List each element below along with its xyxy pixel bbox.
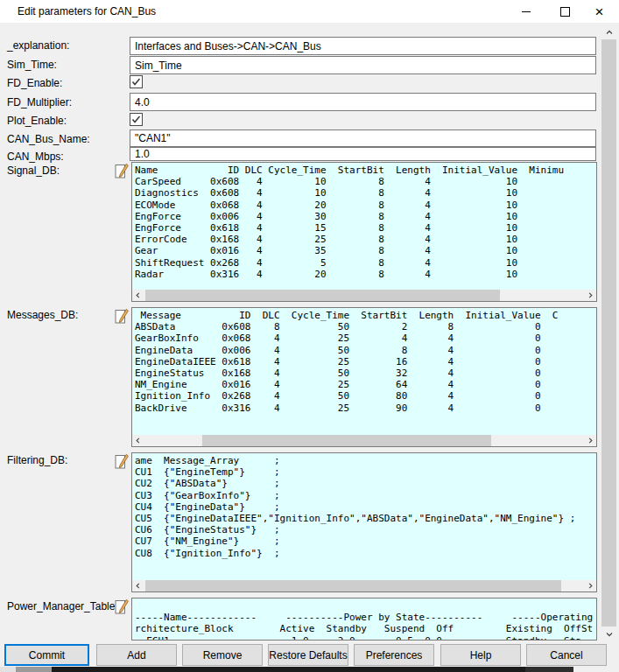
scroll-thumb[interactable] bbox=[145, 580, 561, 592]
dialog-title: Edit parameters for CAN_Bus bbox=[18, 5, 156, 18]
scroll-right-icon[interactable] bbox=[585, 580, 596, 592]
scroll-thumb[interactable] bbox=[202, 435, 491, 446]
can-bus-name-label: CAN_Bus_Name: bbox=[7, 133, 90, 145]
filtering-db-content: ame Message_Array ; CU1 {"EngineTemp"} ;… bbox=[135, 455, 595, 580]
scroll-left-icon[interactable] bbox=[132, 435, 144, 446]
messages-db-content: Message ID DLC Cycle_Time StartBit Lengt… bbox=[135, 310, 595, 435]
close-button[interactable]: × bbox=[580, 0, 619, 23]
edit-pencil-icon[interactable] bbox=[115, 308, 130, 325]
fd-multiplier-input[interactable]: 4.0 bbox=[130, 93, 596, 111]
maximize-icon bbox=[560, 7, 570, 17]
edit-pencil-icon[interactable] bbox=[115, 163, 130, 179]
power-manager-table-textarea[interactable]: -----Name------------ ----------Power by… bbox=[131, 598, 597, 640]
signal-db-label: Signal_DB: bbox=[7, 164, 60, 177]
sim-time-label: Sim_Time: bbox=[7, 59, 57, 71]
checkmark-icon bbox=[130, 76, 142, 88]
plot-enable-label: Plot_Enable: bbox=[7, 115, 67, 127]
explanation-label: _explanation: bbox=[7, 39, 69, 52]
close-icon: × bbox=[595, 4, 604, 19]
messages-db-textarea[interactable]: Message ID DLC Cycle_Time StartBit Lengt… bbox=[131, 307, 597, 447]
background-window-strip bbox=[52, 667, 525, 672]
scroll-right-icon[interactable] bbox=[585, 290, 596, 301]
filtering-db-label: Filtering_DB: bbox=[7, 454, 67, 466]
scroll-thumb[interactable] bbox=[601, 39, 616, 626]
plot-enable-checkbox[interactable] bbox=[130, 113, 143, 126]
restore-defaults-button[interactable]: Restore Defaults bbox=[268, 644, 348, 666]
checkmark-icon bbox=[130, 114, 142, 125]
help-button[interactable]: Help bbox=[440, 644, 521, 666]
fd-enable-checkbox[interactable] bbox=[130, 75, 143, 88]
scroll-right-icon[interactable] bbox=[585, 435, 596, 446]
dialog-vscrollbar[interactable] bbox=[601, 24, 616, 641]
background-window-strip bbox=[0, 667, 16, 672]
title-bar: Edit parameters for CAN_Bus × bbox=[0, 0, 619, 23]
scroll-left-icon[interactable] bbox=[132, 290, 144, 301]
filtering-db-textarea[interactable]: ame Message_Array ; CU1 {"EngineTemp"} ;… bbox=[131, 452, 597, 592]
explanation-input[interactable]: Interfaces and Buses->CAN->CAN_Bus bbox=[130, 37, 596, 55]
minimize-icon bbox=[522, 11, 531, 12]
edit-parameters-dialog: Edit parameters for CAN_Bus × _explanati… bbox=[0, 0, 619, 672]
background-window-strip bbox=[16, 667, 52, 672]
minimize-button[interactable] bbox=[506, 0, 545, 23]
signal-db-hscrollbar[interactable] bbox=[132, 290, 596, 301]
fd-multiplier-label: FD_Multiplier: bbox=[7, 96, 72, 108]
scroll-thumb[interactable] bbox=[145, 290, 500, 301]
messages-db-label: Messages_DB: bbox=[7, 309, 78, 321]
can-mbps-label: CAN_Mbps: bbox=[7, 150, 64, 163]
preferences-button[interactable]: Preferences bbox=[354, 644, 434, 666]
background-window-strip bbox=[525, 667, 573, 672]
signal-db-content: Name ID DLC Cycle_Time StartBit Length I… bbox=[135, 164, 595, 290]
power-manager-table-label: Power_Manager_Table: bbox=[7, 600, 118, 612]
cancel-button[interactable]: Cancel bbox=[526, 644, 607, 666]
scroll-down-icon[interactable] bbox=[601, 626, 616, 641]
filtering-db-hscrollbar[interactable] bbox=[132, 580, 596, 592]
sim-time-input[interactable]: Sim_Time bbox=[130, 56, 596, 74]
messages-db-hscrollbar[interactable] bbox=[132, 435, 596, 446]
fd-enable-label: FD_Enable: bbox=[7, 77, 62, 89]
edit-pencil-icon[interactable] bbox=[115, 453, 130, 470]
add-button[interactable]: Add bbox=[96, 644, 177, 666]
can-mbps-input[interactable]: 1.0 bbox=[130, 147, 596, 161]
can-bus-name-input[interactable]: "CAN1" bbox=[130, 130, 596, 147]
scroll-up-icon[interactable] bbox=[601, 24, 616, 39]
commit-button[interactable]: Commit bbox=[4, 644, 89, 666]
remove-button[interactable]: Remove bbox=[182, 644, 263, 666]
edit-pencil-icon[interactable] bbox=[115, 598, 130, 615]
scroll-left-icon[interactable] bbox=[132, 580, 144, 592]
signal-db-textarea[interactable]: Name ID DLC Cycle_Time StartBit Length I… bbox=[131, 162, 597, 302]
power-manager-table-content: -----Name------------ ----------Power by… bbox=[135, 600, 595, 640]
